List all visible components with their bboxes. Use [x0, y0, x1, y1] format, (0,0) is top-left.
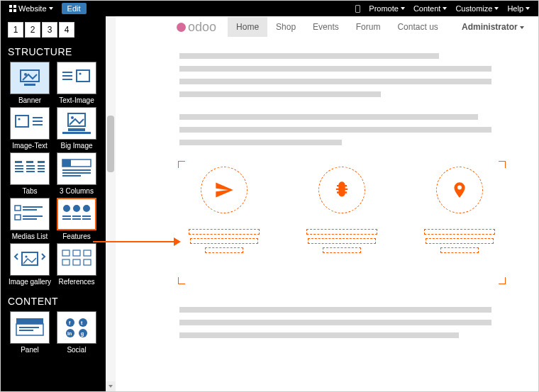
block-tabs[interactable]: Tabs	[8, 152, 52, 195]
svg-rect-39	[23, 218, 37, 220]
block-label: Medias List	[12, 233, 48, 240]
block-references[interactable]: References	[55, 243, 99, 286]
block-panel[interactable]: Panel	[8, 311, 52, 354]
editor-pager: 1 2 3 4	[1, 16, 106, 43]
svg-rect-54	[62, 259, 70, 265]
content-blocks: Panel fting Social	[1, 310, 106, 361]
feature-item	[306, 167, 377, 253]
site-nav: Home Shop Events Forum Contact us	[228, 17, 447, 37]
block-social[interactable]: fting Social	[55, 311, 99, 354]
placeholder-line	[179, 53, 439, 59]
page-body	[116, 38, 538, 359]
promote-menu[interactable]: Promote	[365, 4, 409, 13]
structure-blocks: Banner Text-Image Image-Text Big Image T…	[1, 60, 106, 293]
svg-rect-11	[33, 121, 43, 122]
placeholder-line	[179, 114, 478, 120]
svg-rect-27	[38, 168, 45, 169]
help-label: Help	[507, 4, 523, 13]
placeholder-line	[179, 332, 459, 338]
svg-rect-10	[33, 117, 43, 118]
svg-rect-22	[26, 165, 35, 167]
crop-corner-icon	[499, 277, 506, 284]
feature-circle	[201, 167, 248, 213]
map-pin-icon	[450, 181, 469, 199]
top-bar: Website Edit Promote Content Customize H…	[1, 1, 538, 16]
customize-menu[interactable]: Customize	[451, 4, 503, 13]
svg-point-14	[71, 116, 74, 119]
svg-rect-34	[15, 206, 21, 211]
caret-down-icon	[520, 26, 524, 29]
block-text-image[interactable]: Text-Image	[55, 62, 99, 104]
svg-rect-43	[62, 215, 71, 217]
nav-contact[interactable]: Contact us	[389, 17, 446, 37]
svg-rect-6	[77, 70, 89, 82]
svg-rect-36	[23, 209, 37, 211]
block-label: Text-Image	[59, 96, 94, 104]
pager-3[interactable]: 3	[42, 22, 57, 38]
pager-1[interactable]: 1	[8, 22, 23, 38]
block-label: Tabs	[22, 187, 37, 195]
svg-point-62	[79, 318, 87, 327]
website-label: Website	[18, 4, 47, 13]
block-label: Image-Text	[12, 142, 47, 150]
editor-scrollbar[interactable]	[106, 16, 116, 391]
logo-text: odoo	[188, 20, 216, 35]
svg-rect-60	[19, 330, 33, 331]
logo[interactable]: odoo	[177, 20, 216, 35]
svg-rect-53	[84, 250, 91, 256]
help-menu[interactable]: Help	[503, 4, 534, 13]
svg-rect-57	[16, 318, 43, 324]
block-image-gallery[interactable]: Image gallery	[8, 243, 52, 286]
caret-down-icon	[401, 7, 405, 10]
block-features[interactable]: Features	[55, 198, 99, 240]
page-preview: odoo Home Shop Events Forum Contact us A…	[116, 16, 538, 391]
mobile-preview-button[interactable]	[351, 5, 365, 13]
website-menu[interactable]: Website	[5, 4, 57, 13]
svg-rect-3	[62, 72, 72, 73]
svg-rect-59	[19, 327, 39, 328]
caret-down-icon	[49, 7, 53, 10]
svg-point-42	[83, 205, 90, 212]
apps-icon	[9, 5, 16, 12]
admin-menu[interactable]: Administrator	[456, 17, 530, 37]
block-3-columns[interactable]: 3 Columns	[55, 152, 99, 195]
placeholder-line	[179, 140, 342, 145]
nav-home[interactable]: Home	[228, 17, 267, 37]
content-menu[interactable]: Content	[409, 4, 452, 13]
scroll-down-icon	[109, 385, 113, 388]
block-label: Social	[67, 346, 86, 354]
pager-4[interactable]: 4	[59, 22, 74, 38]
drag-arrow-head-icon	[174, 237, 181, 246]
block-big-image[interactable]: Big Image	[55, 107, 99, 150]
edit-button[interactable]: Edit	[62, 3, 87, 14]
placeholder-line	[179, 79, 491, 84]
feature-circle	[436, 167, 483, 213]
nav-events[interactable]: Events	[304, 17, 348, 37]
block-label: References	[58, 278, 94, 286]
svg-rect-48	[82, 218, 91, 220]
svg-rect-17	[15, 161, 22, 163]
svg-rect-56	[84, 259, 91, 265]
nav-forum[interactable]: Forum	[348, 17, 389, 37]
features-drop-area[interactable]	[179, 162, 504, 283]
block-banner[interactable]: Banner	[8, 62, 52, 104]
structure-heading: STRUCTURE	[1, 43, 106, 60]
caret-down-icon	[494, 7, 499, 10]
svg-rect-4	[62, 75, 72, 77]
crop-corner-icon	[499, 161, 506, 168]
nav-shop[interactable]: Shop	[267, 17, 304, 37]
svg-rect-38	[23, 215, 43, 217]
svg-rect-18	[15, 165, 23, 167]
svg-rect-44	[62, 218, 71, 220]
promote-label: Promote	[369, 4, 399, 13]
caret-down-icon	[443, 7, 447, 10]
feature-item	[424, 167, 495, 253]
block-label: Banner	[18, 96, 41, 104]
drag-arrow-icon	[93, 241, 175, 242]
svg-rect-47	[82, 215, 91, 217]
block-image-text[interactable]: Image-Text	[8, 107, 52, 150]
content-heading: CONTENT	[1, 293, 106, 310]
block-medias-list[interactable]: Medias List	[8, 198, 52, 240]
pager-2[interactable]: 2	[25, 22, 40, 38]
bug-icon	[332, 180, 352, 200]
